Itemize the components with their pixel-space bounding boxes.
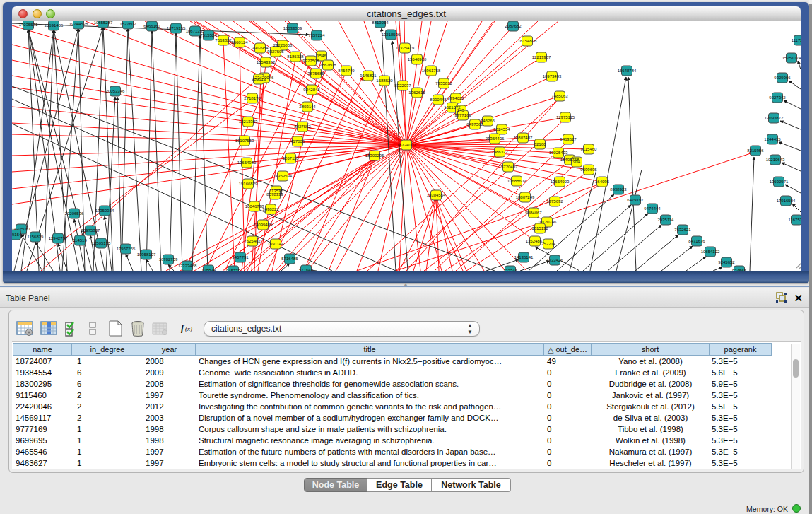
svg-text:945779: 945779 bbox=[226, 269, 241, 271]
svg-text:20206536: 20206536 bbox=[65, 211, 84, 216]
svg-text:8454749: 8454749 bbox=[338, 69, 355, 73]
svg-text:6479197: 6479197 bbox=[627, 198, 644, 202]
svg-text:62160: 62160 bbox=[534, 142, 546, 146]
svg-text:1691144: 1691144 bbox=[268, 242, 285, 246]
svg-text:571648: 571648 bbox=[299, 268, 314, 271]
svg-text:10046798: 10046798 bbox=[245, 204, 264, 209]
svg-text:19384554: 19384554 bbox=[427, 193, 446, 197]
svg-text:19654983: 19654983 bbox=[237, 160, 257, 165]
svg-text:1615132: 1615132 bbox=[531, 226, 548, 230]
svg-text:164095: 164095 bbox=[595, 180, 610, 184]
svg-text:8938923: 8938923 bbox=[610, 187, 627, 192]
svg-text:8186328: 8186328 bbox=[287, 54, 304, 59]
svg-text:39154: 39154 bbox=[12, 233, 22, 237]
svg-text:8322037: 8322037 bbox=[394, 83, 411, 88]
svg-text:2718176: 2718176 bbox=[244, 96, 261, 100]
svg-text:108834: 108834 bbox=[201, 268, 216, 271]
svg-text:7663822: 7663822 bbox=[215, 38, 232, 42]
svg-text:417006: 417006 bbox=[290, 139, 305, 144]
svg-text:3498222: 3498222 bbox=[262, 207, 279, 211]
svg-text:10654122: 10654122 bbox=[701, 250, 720, 254]
svg-text:19692971: 19692971 bbox=[770, 180, 789, 184]
svg-text:2935114: 2935114 bbox=[658, 218, 675, 222]
svg-text:12213967: 12213967 bbox=[532, 55, 551, 59]
svg-text:3624554: 3624554 bbox=[493, 127, 510, 132]
svg-text:23226058: 23226058 bbox=[273, 43, 293, 47]
svg-text:11353594: 11353594 bbox=[273, 174, 293, 178]
svg-text:14136141: 14136141 bbox=[514, 255, 534, 259]
svg-text:7515524: 7515524 bbox=[200, 33, 217, 37]
svg-text:114519: 114519 bbox=[73, 238, 87, 243]
svg-text:9327505: 9327505 bbox=[267, 49, 284, 54]
svg-text:1733426: 1733426 bbox=[546, 258, 563, 262]
svg-text:16782759: 16782759 bbox=[159, 257, 178, 262]
svg-text:6466160: 6466160 bbox=[143, 24, 160, 28]
svg-text:2867608: 2867608 bbox=[319, 63, 336, 67]
svg-text:15751074: 15751074 bbox=[782, 56, 801, 60]
svg-text:16154808: 16154808 bbox=[518, 39, 537, 43]
svg-text:14035571: 14035571 bbox=[19, 23, 38, 27]
svg-text:9146821: 9146821 bbox=[360, 74, 377, 78]
svg-text:9457791: 9457791 bbox=[232, 255, 249, 259]
svg-text:3267110: 3267110 bbox=[283, 156, 300, 160]
svg-text:18724007: 18724007 bbox=[397, 143, 416, 147]
svg-text:1156829: 1156829 bbox=[28, 235, 45, 239]
svg-text:7625402: 7625402 bbox=[244, 239, 261, 243]
svg-text:2803144: 2803144 bbox=[299, 105, 316, 109]
svg-text:9699695: 9699695 bbox=[580, 168, 597, 172]
svg-text:7485063: 7485063 bbox=[551, 94, 568, 98]
svg-text:20975887: 20975887 bbox=[81, 228, 100, 233]
svg-text:8215956: 8215956 bbox=[747, 148, 764, 153]
svg-text:10543362: 10543362 bbox=[257, 60, 276, 64]
svg-text:3675685: 3675685 bbox=[307, 71, 324, 76]
svg-text:1362615: 1362615 bbox=[408, 90, 425, 95]
svg-text:1244415: 1244415 bbox=[764, 137, 781, 141]
svg-text:14335061: 14335061 bbox=[12, 227, 31, 231]
svg-text:18300295: 18300295 bbox=[365, 153, 384, 158]
svg-text:8471676: 8471676 bbox=[688, 239, 705, 243]
svg-text:904: 904 bbox=[573, 160, 581, 164]
svg-text:16033809: 16033809 bbox=[283, 26, 302, 30]
svg-text:17016504: 17016504 bbox=[777, 199, 796, 203]
svg-text:10688609: 10688609 bbox=[507, 179, 526, 183]
svg-text:11325419: 11325419 bbox=[396, 46, 415, 50]
svg-text:7986322: 7986322 bbox=[491, 150, 508, 154]
svg-text:21364436: 21364436 bbox=[486, 136, 505, 141]
svg-text:1588520: 1588520 bbox=[376, 78, 393, 83]
svg-text:3912954: 3912954 bbox=[252, 46, 269, 50]
svg-text:989613: 989613 bbox=[252, 77, 266, 81]
svg-text:9327508: 9327508 bbox=[302, 59, 319, 63]
svg-text:17957255: 17957255 bbox=[117, 247, 136, 251]
svg-text:12093872: 12093872 bbox=[765, 116, 784, 120]
svg-text:13640910: 13640910 bbox=[408, 57, 427, 62]
svg-text:1546: 1546 bbox=[317, 54, 326, 58]
svg-text:10210643: 10210643 bbox=[766, 158, 785, 162]
svg-text:14099489: 14099489 bbox=[254, 223, 273, 227]
svg-text:1527602: 1527602 bbox=[119, 22, 136, 26]
svg-text:9245652: 9245652 bbox=[718, 260, 735, 264]
svg-text:2087682: 2087682 bbox=[505, 24, 522, 28]
svg-text:1975692: 1975692 bbox=[546, 199, 563, 204]
svg-text:12505135: 12505135 bbox=[92, 241, 111, 245]
svg-text:10025433: 10025433 bbox=[549, 151, 568, 155]
svg-text:(x): (x) bbox=[185, 325, 192, 332]
svg-text:8813054: 8813054 bbox=[372, 21, 389, 25]
svg-text:12942737: 12942737 bbox=[49, 236, 68, 240]
svg-text:19744528: 19744528 bbox=[69, 22, 88, 26]
svg-text:1117202: 1117202 bbox=[792, 38, 801, 42]
svg-text:7357224: 7357224 bbox=[308, 33, 325, 37]
svg-text:12323468: 12323468 bbox=[178, 264, 197, 268]
svg-text:15720407: 15720407 bbox=[499, 165, 518, 169]
svg-text:8578333: 8578333 bbox=[266, 192, 283, 197]
svg-text:7632621: 7632621 bbox=[674, 228, 691, 232]
svg-text:9329966: 9329966 bbox=[774, 76, 791, 80]
svg-text:9084067: 9084067 bbox=[525, 211, 542, 215]
svg-text:20053346: 20053346 bbox=[106, 89, 125, 93]
svg-text:8427552: 8427552 bbox=[294, 124, 311, 129]
svg-text:5716485: 5716485 bbox=[281, 257, 298, 261]
svg-text:10107553: 10107553 bbox=[235, 139, 254, 143]
svg-text:7955812: 7955812 bbox=[435, 81, 452, 86]
svg-text:1167533: 1167533 bbox=[789, 218, 801, 222]
svg-text:6497568: 6497568 bbox=[466, 122, 483, 127]
svg-text:9115460: 9115460 bbox=[581, 147, 598, 151]
